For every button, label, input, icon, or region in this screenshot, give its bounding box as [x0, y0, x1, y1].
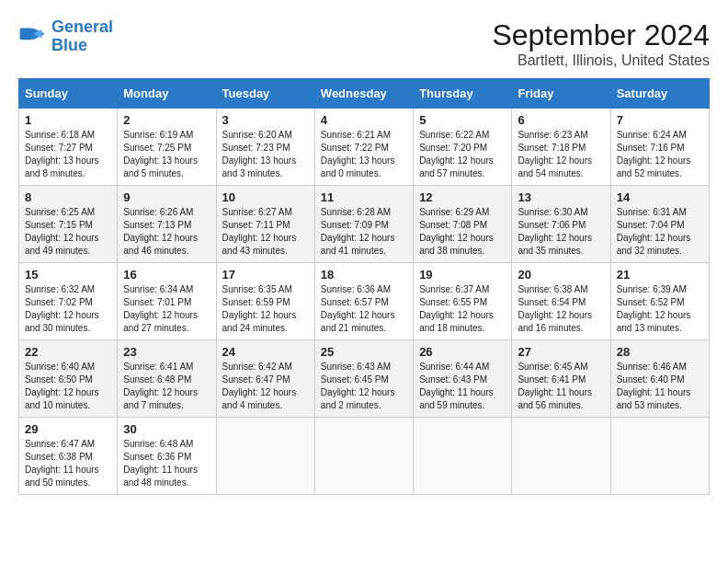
day-number: 2 [123, 113, 210, 127]
calendar-title: September 2024 [492, 18, 710, 52]
day-info: Sunrise: 6:18 AM Sunset: 7:27 PM Dayligh… [25, 129, 111, 180]
day-cell: 20Sunrise: 6:38 AM Sunset: 6:54 PM Dayli… [512, 263, 610, 340]
day-number: 25 [321, 345, 407, 359]
day-info: Sunrise: 6:29 AM Sunset: 7:08 PM Dayligh… [419, 206, 506, 258]
calendar-subtitle: Bartlett, Illinois, United States [492, 52, 710, 69]
week-row-4: 22Sunrise: 6:40 AM Sunset: 6:50 PM Dayli… [19, 340, 710, 418]
day-cell: 11Sunrise: 6:28 AM Sunset: 7:09 PM Dayli… [314, 186, 413, 263]
day-number: 30 [123, 422, 210, 436]
day-cell [216, 418, 314, 495]
week-row-1: 1Sunrise: 6:18 AM Sunset: 7:27 PM Daylig… [19, 109, 710, 186]
day-number: 24 [222, 345, 309, 359]
day-cell: 8Sunrise: 6:25 AM Sunset: 7:15 PM Daylig… [19, 186, 118, 263]
day-info: Sunrise: 6:28 AM Sunset: 7:09 PM Dayligh… [321, 206, 407, 258]
day-cell: 9Sunrise: 6:26 AM Sunset: 7:13 PM Daylig… [118, 186, 216, 263]
day-cell: 19Sunrise: 6:37 AM Sunset: 6:55 PM Dayli… [414, 263, 512, 340]
day-cell: 13Sunrise: 6:30 AM Sunset: 7:06 PM Dayli… [512, 186, 610, 263]
day-number: 12 [419, 190, 506, 204]
header-cell-wednesday: Wednesday [314, 79, 413, 109]
day-number: 7 [617, 113, 703, 127]
header-row: SundayMondayTuesdayWednesdayThursdayFrid… [19, 79, 710, 109]
header-cell-saturday: Saturday [610, 79, 709, 109]
day-info: Sunrise: 6:22 AM Sunset: 7:20 PM Dayligh… [419, 129, 506, 180]
day-number: 9 [123, 190, 210, 204]
day-number: 17 [222, 268, 309, 282]
svg-rect-0 [20, 28, 33, 40]
logo-text: General Blue [51, 18, 113, 55]
day-cell: 26Sunrise: 6:44 AM Sunset: 6:43 PM Dayli… [414, 340, 512, 418]
logo: General Blue [18, 18, 113, 55]
day-info: Sunrise: 6:25 AM Sunset: 7:15 PM Dayligh… [25, 206, 111, 258]
day-info: Sunrise: 6:46 AM Sunset: 6:40 PM Dayligh… [617, 361, 703, 412]
day-cell: 12Sunrise: 6:29 AM Sunset: 7:08 PM Dayli… [414, 186, 512, 263]
day-number: 29 [25, 422, 111, 436]
day-cell [314, 418, 413, 495]
day-number: 28 [617, 345, 703, 359]
day-number: 20 [518, 268, 604, 282]
day-cell: 25Sunrise: 6:43 AM Sunset: 6:45 PM Dayli… [314, 340, 413, 418]
day-info: Sunrise: 6:39 AM Sunset: 6:52 PM Dayligh… [617, 283, 703, 335]
day-number: 15 [25, 268, 111, 282]
header-cell-thursday: Thursday [414, 79, 512, 109]
day-cell: 15Sunrise: 6:32 AM Sunset: 7:02 PM Dayli… [19, 263, 118, 340]
day-cell: 14Sunrise: 6:31 AM Sunset: 7:04 PM Dayli… [610, 186, 709, 263]
day-info: Sunrise: 6:24 AM Sunset: 7:16 PM Dayligh… [617, 129, 703, 180]
day-info: Sunrise: 6:32 AM Sunset: 7:02 PM Dayligh… [25, 283, 111, 335]
day-info: Sunrise: 6:38 AM Sunset: 6:54 PM Dayligh… [518, 283, 604, 335]
day-info: Sunrise: 6:48 AM Sunset: 6:36 PM Dayligh… [123, 438, 210, 489]
day-cell: 4Sunrise: 6:21 AM Sunset: 7:22 PM Daylig… [314, 109, 413, 186]
day-number: 10 [222, 190, 309, 204]
day-cell: 23Sunrise: 6:41 AM Sunset: 6:48 PM Dayli… [118, 340, 216, 418]
day-cell: 1Sunrise: 6:18 AM Sunset: 7:27 PM Daylig… [19, 109, 118, 186]
day-number: 3 [222, 113, 309, 127]
day-info: Sunrise: 6:31 AM Sunset: 7:04 PM Dayligh… [617, 206, 703, 258]
logo-icon [18, 22, 48, 52]
page-header: General Blue September 2024 Bartlett, Il… [18, 18, 710, 69]
day-cell: 10Sunrise: 6:27 AM Sunset: 7:11 PM Dayli… [216, 186, 314, 263]
day-info: Sunrise: 6:35 AM Sunset: 6:59 PM Dayligh… [222, 283, 309, 335]
day-number: 4 [321, 113, 407, 127]
day-info: Sunrise: 6:27 AM Sunset: 7:11 PM Dayligh… [222, 206, 309, 258]
day-info: Sunrise: 6:43 AM Sunset: 6:45 PM Dayligh… [321, 361, 407, 412]
day-number: 22 [25, 345, 111, 359]
day-number: 5 [419, 113, 506, 127]
day-cell: 18Sunrise: 6:36 AM Sunset: 6:57 PM Dayli… [314, 263, 413, 340]
day-info: Sunrise: 6:40 AM Sunset: 6:50 PM Dayligh… [25, 361, 111, 412]
day-number: 11 [321, 190, 407, 204]
day-number: 21 [617, 268, 703, 282]
day-number: 18 [321, 268, 407, 282]
day-cell [610, 418, 709, 495]
header-cell-sunday: Sunday [19, 79, 118, 109]
day-cell: 16Sunrise: 6:34 AM Sunset: 7:01 PM Dayli… [118, 263, 216, 340]
day-cell: 2Sunrise: 6:19 AM Sunset: 7:25 PM Daylig… [118, 109, 216, 186]
day-number: 26 [419, 345, 506, 359]
day-number: 23 [123, 345, 210, 359]
day-info: Sunrise: 6:21 AM Sunset: 7:22 PM Dayligh… [321, 129, 407, 180]
day-cell: 7Sunrise: 6:24 AM Sunset: 7:16 PM Daylig… [610, 109, 709, 186]
week-row-2: 8Sunrise: 6:25 AM Sunset: 7:15 PM Daylig… [19, 186, 710, 263]
day-number: 1 [25, 113, 111, 127]
day-info: Sunrise: 6:44 AM Sunset: 6:43 PM Dayligh… [419, 361, 506, 412]
day-info: Sunrise: 6:36 AM Sunset: 6:57 PM Dayligh… [321, 283, 407, 335]
day-number: 19 [419, 268, 506, 282]
day-info: Sunrise: 6:41 AM Sunset: 6:48 PM Dayligh… [123, 361, 210, 412]
day-cell: 28Sunrise: 6:46 AM Sunset: 6:40 PM Dayli… [610, 340, 709, 418]
day-cell: 17Sunrise: 6:35 AM Sunset: 6:59 PM Dayli… [216, 263, 314, 340]
day-number: 16 [123, 268, 210, 282]
day-info: Sunrise: 6:34 AM Sunset: 7:01 PM Dayligh… [123, 283, 210, 335]
day-number: 27 [518, 345, 604, 359]
day-info: Sunrise: 6:45 AM Sunset: 6:41 PM Dayligh… [518, 361, 604, 412]
day-number: 14 [617, 190, 703, 204]
day-cell: 27Sunrise: 6:45 AM Sunset: 6:41 PM Dayli… [512, 340, 610, 418]
day-number: 13 [518, 190, 604, 204]
day-info: Sunrise: 6:47 AM Sunset: 6:38 PM Dayligh… [25, 438, 111, 489]
day-cell [512, 418, 610, 495]
week-row-3: 15Sunrise: 6:32 AM Sunset: 7:02 PM Dayli… [19, 263, 710, 340]
day-cell: 3Sunrise: 6:20 AM Sunset: 7:23 PM Daylig… [216, 109, 314, 186]
day-cell: 6Sunrise: 6:23 AM Sunset: 7:18 PM Daylig… [512, 109, 610, 186]
day-info: Sunrise: 6:20 AM Sunset: 7:23 PM Dayligh… [222, 129, 309, 180]
day-cell [414, 418, 512, 495]
day-info: Sunrise: 6:30 AM Sunset: 7:06 PM Dayligh… [518, 206, 604, 258]
day-info: Sunrise: 6:37 AM Sunset: 6:55 PM Dayligh… [419, 283, 506, 335]
day-cell: 24Sunrise: 6:42 AM Sunset: 6:47 PM Dayli… [216, 340, 314, 418]
